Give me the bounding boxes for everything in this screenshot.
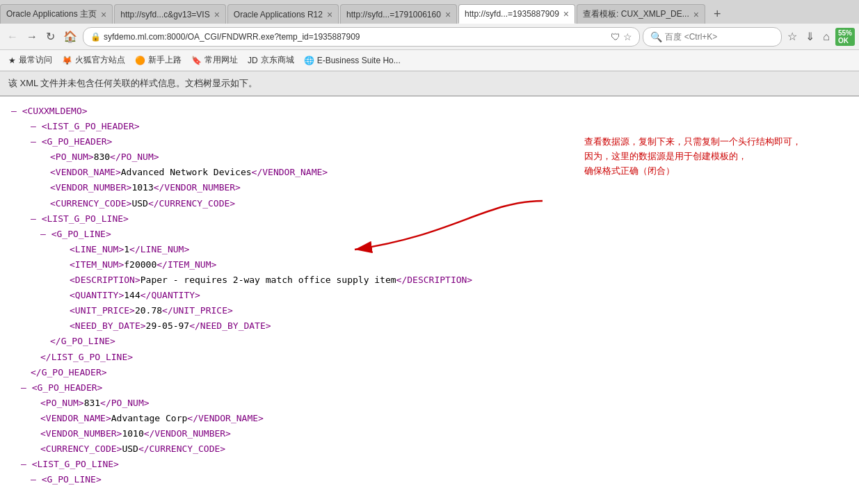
- xml-tag: </PO_NUM>: [100, 398, 149, 408]
- tab-1935-active[interactable]: http://syfd...=1935887909 ×: [458, 4, 575, 24]
- xml-tag: – <LIST_G_PO_LINE>: [21, 459, 119, 469]
- shield-icon: 🛡: [611, 31, 620, 42]
- xml-tag: – <LIST_G_PO_LINE>: [31, 213, 129, 224]
- tab-vis[interactable]: http://syfd...c&gv13=VIS ×: [114, 4, 226, 24]
- xml-line: <CURRENCY_CODE>USD</CURRENCY_CODE>: [11, 441, 848, 457]
- xml-tag: <LINE_NUM>: [70, 244, 124, 254]
- bookmark-most-visited[interactable]: ★ 最常访问: [6, 53, 55, 67]
- tab-close-icon[interactable]: ×: [693, 10, 699, 19]
- xml-text: Paper - requires 2-way match office supp…: [141, 275, 396, 285]
- xml-tag: </PO_NUM>: [110, 152, 159, 162]
- globe-icon: 🌐: [304, 56, 314, 65]
- xml-tag: </CURRENCY_CODE>: [138, 444, 225, 454]
- bookmark-label: 常用网址: [204, 54, 238, 66]
- xml-tag: <ITEM_NUM>: [70, 259, 124, 270]
- xml-content: – <CUXXMLDEMO> – <LIST_G_PO_HEADER> – <G…: [0, 97, 859, 500]
- bookmark-firefox[interactable]: 🦊 火狐官方站点: [59, 53, 128, 67]
- new-tab-button[interactable]: +: [707, 4, 728, 24]
- tab-1791[interactable]: http://syfd...=1791006160 ×: [340, 4, 457, 24]
- xml-tag: </QUANTITY>: [141, 290, 200, 300]
- xml-line: <DESCRIPTION>Paper - requires 2-way matc…: [11, 273, 848, 288]
- xml-line: <VENDOR_NUMBER>1013</VENDOR_NUMBER>: [11, 180, 848, 195]
- xml-tag: <QUANTITY>: [70, 290, 124, 300]
- back-button[interactable]: ←: [4, 29, 21, 44]
- tab-label: http://syfd...=1935887909: [465, 9, 559, 19]
- bookmark-label: E-Business Suite Ho...: [317, 56, 401, 65]
- xml-tag: <PO_NUM>: [50, 152, 94, 162]
- xml-text: 1: [124, 244, 129, 254]
- tab-close-icon[interactable]: ×: [563, 9, 569, 19]
- download-button[interactable]: ⇓: [803, 29, 817, 44]
- bookmarks-button[interactable]: ☆: [785, 29, 800, 44]
- tab-label: 查看模板: CUX_XMLP_DE...: [583, 8, 689, 20]
- xml-tag: <DESCRIPTION>: [70, 275, 141, 285]
- xml-tag: <NEED_BY_DATE>: [70, 320, 146, 331]
- xml-line: <VENDOR_NUMBER>1010</VENDOR_NUMBER>: [11, 426, 848, 441]
- search-box: 🔍: [643, 27, 782, 47]
- tab-label: http://syfd...=1791006160: [346, 10, 441, 19]
- xml-tag: <VENDOR_NUMBER>: [50, 182, 131, 193]
- xml-tag: <UNIT_PRICE>: [70, 305, 135, 316]
- xml-text: 144: [124, 290, 140, 300]
- xml-line: </LIST_G_PO_LINE>: [11, 350, 848, 365]
- menu-home-button[interactable]: ⌂: [820, 29, 833, 44]
- home-button[interactable]: 🏠: [61, 29, 80, 44]
- bookmark-newbie[interactable]: 🟠 新手上路: [132, 53, 184, 67]
- xml-tag: </DESCRIPTION>: [396, 275, 473, 285]
- search-icon: 🔍: [650, 31, 662, 42]
- tab-close-icon[interactable]: ×: [445, 10, 451, 19]
- xml-text: 29-05-97: [146, 320, 190, 331]
- reload-button[interactable]: ↻: [43, 29, 58, 44]
- xml-line: – <G_PO_LINE>: [11, 227, 848, 242]
- tab-close-icon[interactable]: ×: [327, 10, 332, 19]
- annotation-text: 查看数据源，复制下来，只需复制一个头行结构即可，因为，这里的数据源是用于创建模板…: [584, 135, 842, 178]
- tab-cux[interactable]: 查看模板: CUX_XMLP_DE... ×: [577, 4, 705, 24]
- xml-tag: – <G_PO_HEADER>: [31, 136, 112, 147]
- xml-line: <LINE_NUM>1</LINE_NUM>: [11, 242, 848, 257]
- xml-line: – <LIST_G_PO_HEADER>: [21, 119, 848, 134]
- speed-indicator: 55%OK: [835, 28, 855, 46]
- tab-r12[interactable]: Oracle Applications R12 ×: [227, 4, 339, 24]
- bookmark-label: 京东商城: [261, 54, 294, 66]
- tab-oracle-home[interactable]: Oracle Applications 主页 ×: [0, 4, 113, 24]
- address-input[interactable]: [104, 32, 608, 42]
- circle-icon: 🟠: [135, 56, 145, 65]
- xml-tag: </G_PO_HEADER>: [31, 367, 107, 377]
- xml-line: <PO_NUM>831</PO_NUM>: [11, 396, 848, 411]
- bookmark-jd[interactable]: JD 京东商城: [245, 53, 297, 67]
- xml-tag: – <G_PO_LINE>: [31, 474, 102, 485]
- star-icon: ★: [8, 56, 16, 65]
- bookmark-star-icon[interactable]: ☆: [623, 31, 632, 42]
- xml-tag: <CURRENCY_CODE>: [50, 198, 131, 209]
- bookmark-label: 火狐官方站点: [75, 54, 125, 66]
- bookmark-label: 最常访问: [19, 54, 52, 66]
- xml-tag: – <CUXXMLDEMO>: [11, 106, 88, 116]
- xml-tag: <PO_NUM>: [40, 398, 84, 408]
- xml-text: Advanced Network Devices: [121, 167, 252, 177]
- forward-button[interactable]: →: [24, 29, 40, 44]
- tab-label: Oracle Applications 主页: [6, 8, 97, 20]
- xml-line: <ITEM_NUM>f20000</ITEM_NUM>: [11, 257, 848, 273]
- xml-tag: </CURRENCY_CODE>: [148, 198, 235, 209]
- bookmark-ebs[interactable]: 🌐 E-Business Suite Ho...: [301, 54, 403, 67]
- xml-text: f20000: [124, 259, 156, 270]
- xml-tag: </VENDOR_NUMBER>: [144, 428, 231, 439]
- xml-text: Advantage Corp: [111, 413, 188, 423]
- search-input[interactable]: [665, 32, 774, 42]
- xml-tag: </ITEM_NUM>: [156, 259, 216, 270]
- xml-tag: <VENDOR_NAME>: [40, 413, 111, 423]
- tab-close-icon[interactable]: ×: [214, 10, 220, 19]
- xml-line: – <LIST_G_PO_LINE>: [11, 457, 848, 472]
- tab-close-icon[interactable]: ×: [101, 10, 106, 19]
- tab-label: http://syfd...c&gv13=VIS: [120, 10, 209, 19]
- xml-tag: </VENDOR_NUMBER>: [154, 182, 241, 193]
- lock-icon: 🔒: [90, 32, 101, 42]
- xml-line: – <LIST_G_PO_LINE>: [11, 211, 848, 227]
- xml-text: USD: [131, 198, 147, 209]
- xml-tag: </LIST_G_PO_LINE>: [40, 352, 133, 362]
- bookmark-common-sites[interactable]: 🔖 常用网址: [188, 53, 241, 67]
- address-box: 🔒 🛡 ☆: [83, 27, 640, 47]
- xml-tag: <VENDOR_NUMBER>: [40, 428, 122, 439]
- xml-tag: – <LIST_G_PO_HEADER>: [31, 121, 140, 131]
- right-icons: ☆ ⇓ ⌂ 55%OK: [785, 28, 855, 46]
